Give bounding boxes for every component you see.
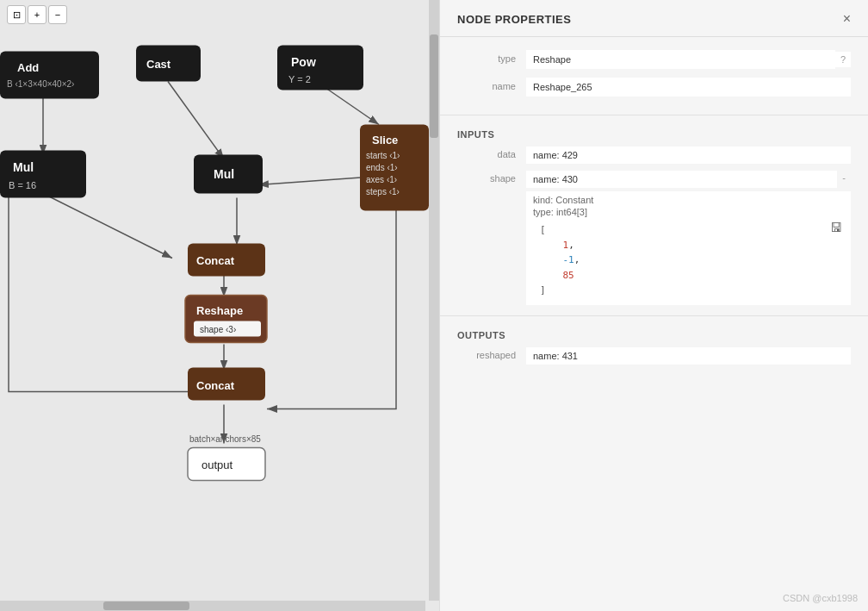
divider-2: [440, 315, 868, 316]
horizontal-scrollbar[interactable]: [0, 601, 425, 611]
zoom-out-button[interactable]: −: [48, 5, 67, 24]
input-shape-details: kind: Constant type: int64[3] [ 1, -1, 8…: [440, 190, 868, 307]
inputs-section-header: INPUTS: [440, 121, 868, 145]
shape-collapse-btn[interactable]: -: [837, 171, 851, 184]
type-value: Reshape: [526, 50, 835, 69]
svg-text:Concat: Concat: [196, 379, 235, 392]
output-reshaped-label: reshaped: [457, 347, 526, 360]
svg-text:Reshape: Reshape: [196, 304, 243, 317]
svg-text:B ‹1×3×40×40×2›: B ‹1×3×40×40×2›: [7, 79, 74, 89]
properties-title: NODE PROPERTIES: [457, 13, 571, 26]
spacer: [440, 370, 868, 585]
output-reshaped-group: reshaped name: 431: [440, 346, 868, 366]
properties-header: NODE PROPERTIES ×: [440, 0, 868, 37]
svg-line-6: [43, 194, 172, 259]
svg-text:steps ‹1›: steps ‹1›: [366, 187, 400, 196]
shape-detail-box: kind: Constant type: int64[3] [ 1, -1, 8…: [526, 191, 851, 305]
input-shape-value: name: 430: [526, 171, 837, 188]
input-data-group: data name: 429: [440, 145, 868, 165]
svg-text:ends ‹1›: ends ‹1›: [366, 163, 398, 172]
input-shape-group: shape name: 430 - kind: Constant type: i…: [440, 169, 868, 307]
vertical-scrollbar-thumb[interactable]: [430, 34, 438, 138]
close-button[interactable]: ×: [843, 12, 851, 26]
horizontal-scrollbar-thumb[interactable]: [103, 602, 189, 610]
zoom-fit-button[interactable]: ⊡: [7, 5, 26, 24]
type-hint[interactable]: ?: [835, 52, 851, 67]
watermark-text: CSDN @cxb1998: [783, 593, 858, 603]
name-label: name: [457, 78, 526, 91]
svg-text:Mul: Mul: [13, 160, 34, 174]
svg-rect-10: [0, 52, 99, 99]
outputs-section-header: OUTPUTS: [440, 321, 868, 346]
name-row: name Reshape_265: [440, 73, 868, 101]
svg-text:B = 16: B = 16: [9, 180, 36, 190]
shape-code-block: [ 1, -1, 85 ]: [533, 219, 844, 302]
input-shape-label: shape: [457, 171, 526, 184]
divider-1: [440, 115, 868, 115]
svg-line-2: [168, 82, 224, 159]
input-data-value: name: 429: [526, 147, 851, 164]
svg-text:axes ‹1›: axes ‹1›: [366, 175, 397, 184]
input-data-label: data: [457, 147, 526, 159]
svg-text:shape ‹3›: shape ‹3›: [200, 325, 236, 334]
svg-text:Y = 2: Y = 2: [288, 74, 311, 84]
svg-text:Cast: Cast: [146, 58, 171, 71]
zoom-in-button[interactable]: +: [28, 5, 46, 24]
svg-text:Add: Add: [17, 61, 39, 74]
svg-text:Pow: Pow: [291, 55, 316, 69]
graph-toolbar: ⊡ + −: [7, 5, 67, 24]
shape-kind: kind: Constant: [533, 195, 844, 205]
input-shape-row: shape name: 430 -: [440, 169, 868, 190]
svg-text:batch×anchors×85: batch×anchors×85: [189, 434, 261, 444]
output-reshaped-value: name: 431: [526, 347, 851, 365]
watermark: CSDN @cxb1998: [440, 585, 868, 611]
svg-text:Concat: Concat: [196, 254, 235, 267]
svg-text:starts ‹1›: starts ‹1›: [366, 151, 400, 160]
type-row: type Reshape ?: [440, 46, 868, 73]
shape-type: type: int64[3]: [533, 207, 844, 217]
vertical-scrollbar[interactable]: [429, 0, 439, 601]
output-reshaped-row: reshaped name: 431: [440, 346, 868, 366]
svg-text:Slice: Slice: [372, 134, 398, 147]
svg-text:Mul: Mul: [214, 167, 234, 181]
svg-rect-24: [0, 151, 86, 198]
svg-text:output: output: [202, 458, 233, 471]
graph-panel: ⊡ + − Add B ‹1×3×: [0, 0, 439, 611]
properties-panel: NODE PROPERTIES × type Reshape ? name Re…: [439, 0, 868, 611]
name-value: Reshape_265: [526, 78, 851, 97]
input-data-row: data name: 429: [440, 145, 868, 165]
type-label: type: [457, 50, 526, 64]
type-value-container: Reshape ?: [526, 50, 851, 69]
save-icon[interactable]: 🖫: [830, 221, 842, 234]
